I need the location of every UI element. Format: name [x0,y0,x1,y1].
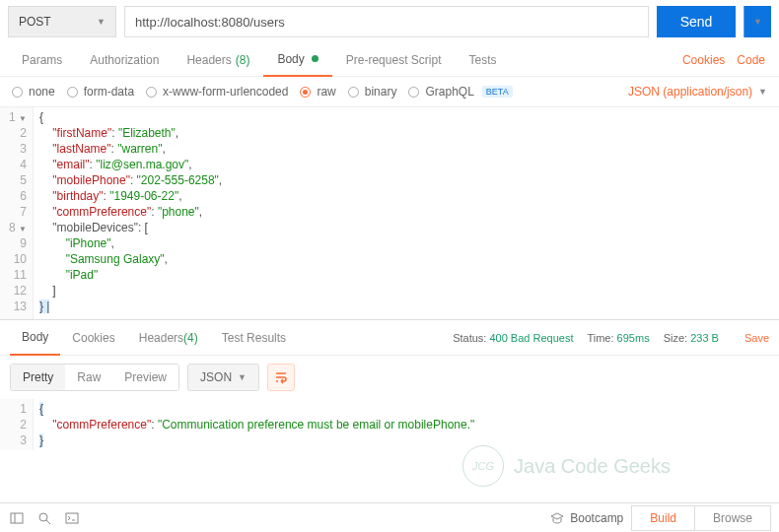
resp-tab-cookies[interactable]: Cookies [60,320,126,356]
chevron-down-icon: ▼ [97,17,106,27]
method-label: POST [19,15,51,29]
sidebar-icon[interactable] [8,509,26,527]
chevron-down-icon: ▼ [753,17,762,27]
footer-tab-build[interactable]: Build [632,506,694,530]
body-type-raw[interactable]: raw [300,85,335,99]
http-method-select[interactable]: POST ▼ [8,6,116,37]
response-format-select[interactable]: JSON▼ [187,364,259,391]
svg-point-2 [39,513,47,521]
footer: Bootcamp Build Browse [0,502,779,532]
resp-tab-headers[interactable]: Headers (4) [127,320,210,356]
view-raw[interactable]: Raw [65,365,112,390]
footer-tab-browse[interactable]: Browse [694,506,770,530]
view-preview[interactable]: Preview [112,365,178,390]
view-pretty[interactable]: Pretty [11,365,65,390]
save-response-link[interactable]: Save [744,332,769,344]
content-type-select[interactable]: JSON (application/json)▼ [628,85,767,99]
svg-rect-4 [66,513,78,523]
body-type-row: none form-data x-www-form-urlencoded raw… [0,77,779,107]
send-dropdown[interactable]: ▼ [744,6,771,37]
body-type-binary[interactable]: binary [348,85,397,99]
tab-authorization[interactable]: Authorization [76,43,173,77]
tab-body[interactable]: Body [263,43,331,77]
send-button[interactable]: Send [657,6,736,37]
status-value: 400 Bad Request [489,332,573,344]
footer-tabs: Build Browse [631,505,771,531]
response-body-editor[interactable]: 123 { "commPreference": "Communication p… [0,399,779,456]
request-body-editor[interactable]: 1 ▼2345678 ▼910111213 { "firstName": "El… [0,107,779,320]
chevron-down-icon: ▼ [238,372,247,382]
size-value: 233 B [690,332,719,344]
resp-tab-tests[interactable]: Test Results [210,320,298,356]
url-input[interactable] [124,6,649,37]
tab-params[interactable]: Params [8,43,76,77]
modified-dot-icon [312,55,319,62]
body-type-none[interactable]: none [12,85,55,99]
search-icon[interactable] [35,509,53,527]
gutter: 1 ▼2345678 ▼910111213 [0,107,34,319]
svg-rect-0 [11,513,23,523]
wrap-lines-icon[interactable] [267,364,295,391]
tab-tests[interactable]: Tests [455,43,510,77]
bootcamp-link[interactable]: Bootcamp [550,511,623,525]
graduation-icon [550,511,564,525]
code-area[interactable]: { "firstName": "Elizabeth", "lastName": … [34,107,228,319]
gutter: 123 [0,399,34,450]
view-mode-segment: Pretty Raw Preview [10,364,179,391]
cookies-link[interactable]: Cookies [682,53,725,67]
time-value: 695ms [617,332,650,344]
response-toolbar: Pretty Raw Preview JSON▼ [0,356,779,399]
tab-headers[interactable]: Headers (8) [173,43,263,77]
body-type-urlencoded[interactable]: x-www-form-urlencoded [146,85,288,99]
tab-prerequest[interactable]: Pre-request Script [332,43,456,77]
body-type-graphql[interactable]: GraphQLBETA [408,85,512,99]
console-icon[interactable] [63,509,81,527]
request-tabs: Params Authorization Headers (8) Body Pr… [0,43,779,77]
body-type-formdata[interactable]: form-data [67,85,134,99]
response-status: Status: 400 Bad Request Time: 695ms Size… [453,332,769,344]
svg-line-3 [46,520,50,524]
resp-tab-body[interactable]: Body [10,320,60,356]
response-tabs: Body Cookies Headers (4) Test Results St… [0,320,779,356]
chevron-down-icon: ▼ [758,87,767,97]
code-link[interactable]: Code [737,53,765,67]
code-area: { "commPreference": "Communication prefe… [34,399,480,450]
